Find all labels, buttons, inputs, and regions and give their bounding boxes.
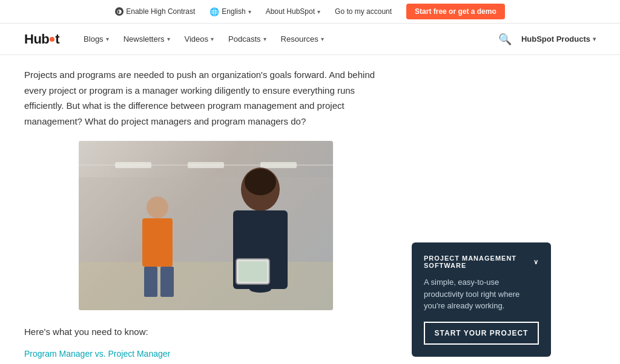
logo-dot bbox=[50, 37, 54, 42]
top-bar: ◑ Enable High Contrast 🌐 English ▾ About… bbox=[0, 0, 620, 24]
sidebar: PROJECT MANAGEMENT SOFTWARE ∨ A simple, … bbox=[412, 67, 569, 364]
hubspot-logo[interactable]: Hubt bbox=[24, 31, 59, 47]
sidebar-card-description: A simple, easy-to-use productivity tool … bbox=[424, 276, 539, 312]
chevron-down-icon: ▾ bbox=[317, 8, 320, 15]
svg-point-6 bbox=[147, 197, 168, 218]
svg-rect-3 bbox=[115, 162, 151, 168]
chevron-down-icon: ∨ bbox=[533, 258, 539, 266]
sidebar-cta-button[interactable]: START YOUR PROJECT bbox=[424, 322, 539, 345]
nav-items: Blogs ▾ Newsletters ▾ Videos ▾ Podcasts … bbox=[78, 31, 498, 47]
high-contrast-label: Enable High Contrast bbox=[126, 7, 195, 16]
chevron-down-icon: ▾ bbox=[211, 36, 214, 42]
sidebar-card-title: PROJECT MANAGEMENT SOFTWARE ∨ bbox=[424, 255, 539, 269]
account-link[interactable]: Go to my account bbox=[335, 7, 392, 16]
svg-rect-8 bbox=[144, 267, 157, 297]
nav-videos[interactable]: Videos ▾ bbox=[179, 31, 220, 47]
svg-rect-0 bbox=[79, 262, 333, 310]
account-label: Go to my account bbox=[335, 7, 392, 16]
chevron-down-icon: ▾ bbox=[106, 36, 109, 42]
about-label: About HubSpot bbox=[266, 7, 315, 16]
article-image bbox=[79, 141, 333, 310]
main-content: Projects and programs are needed to push… bbox=[0, 67, 412, 364]
globe-icon: 🌐 bbox=[209, 7, 219, 16]
main-navigation: Hubt Blogs ▾ Newsletters ▾ Videos ▾ Podc… bbox=[0, 24, 620, 55]
chevron-down-icon: ▾ bbox=[593, 36, 596, 42]
chevron-down-icon: ▾ bbox=[248, 8, 251, 15]
sidebar-card: PROJECT MANAGEMENT SOFTWARE ∨ A simple, … bbox=[412, 242, 551, 357]
svg-rect-7 bbox=[142, 218, 173, 267]
svg-point-15 bbox=[249, 285, 271, 293]
language-label: English bbox=[222, 7, 245, 16]
image-background bbox=[79, 141, 333, 310]
logo-text-left: Hub bbox=[24, 31, 49, 47]
content-wrapper: Projects and programs are needed to push… bbox=[0, 55, 620, 364]
svg-rect-14 bbox=[239, 261, 267, 282]
nav-blogs[interactable]: Blogs ▾ bbox=[78, 31, 115, 47]
language-selector[interactable]: 🌐 English ▾ bbox=[209, 7, 251, 16]
search-icon[interactable]: 🔍 bbox=[498, 33, 512, 46]
svg-point-11 bbox=[245, 169, 276, 195]
nav-podcasts[interactable]: Podcasts ▾ bbox=[222, 31, 272, 47]
contrast-icon: ◑ bbox=[115, 7, 124, 16]
chevron-down-icon: ▾ bbox=[321, 36, 324, 42]
about-hubspot-link[interactable]: About HubSpot ▾ bbox=[266, 7, 320, 16]
chevron-down-icon: ▾ bbox=[167, 36, 170, 42]
nav-hubspot-products[interactable]: HubSpot Products ▾ bbox=[521, 34, 596, 44]
chevron-down-icon: ▾ bbox=[263, 36, 266, 42]
svg-rect-5 bbox=[260, 162, 297, 168]
svg-rect-1 bbox=[79, 177, 333, 262]
here-text: Here's what you need to know: bbox=[24, 325, 388, 339]
toc-link-1[interactable]: Program Manager vs. Project Manager bbox=[24, 349, 388, 359]
start-cta-button[interactable]: Start free or get a demo bbox=[406, 4, 505, 19]
svg-rect-9 bbox=[160, 267, 174, 297]
nav-resources[interactable]: Resources ▾ bbox=[275, 31, 330, 47]
logo-text-right: t bbox=[55, 31, 59, 47]
high-contrast-toggle[interactable]: ◑ Enable High Contrast bbox=[115, 7, 195, 16]
article-body-text: Projects and programs are needed to push… bbox=[24, 67, 388, 129]
nav-right: 🔍 HubSpot Products ▾ bbox=[498, 33, 596, 46]
svg-rect-4 bbox=[188, 162, 224, 168]
nav-newsletters[interactable]: Newsletters ▾ bbox=[117, 31, 176, 47]
